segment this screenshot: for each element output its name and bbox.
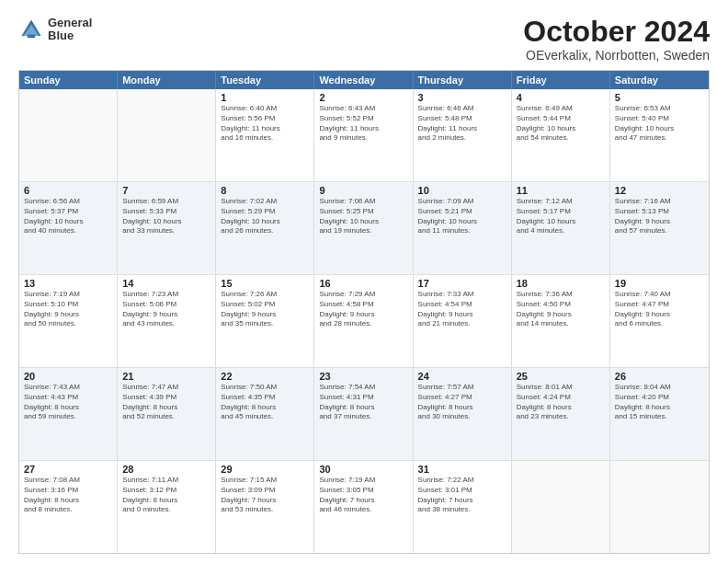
calendar-cell: 27Sunrise: 7:08 AM Sunset: 3:16 PM Dayli… (19, 461, 118, 553)
day-number: 17 (418, 278, 506, 289)
calendar-cell: 19Sunrise: 7:40 AM Sunset: 4:47 PM Dayli… (610, 275, 709, 367)
cell-text: Sunrise: 6:40 AM Sunset: 5:56 PM Dayligh… (221, 104, 309, 144)
cell-text: Sunrise: 7:19 AM Sunset: 5:10 PM Dayligh… (24, 290, 112, 329)
day-number: 9 (319, 185, 407, 196)
cell-text: Sunrise: 7:08 AM Sunset: 3:16 PM Dayligh… (24, 476, 112, 515)
day-number: 6 (24, 185, 112, 196)
calendar-cell: 29Sunrise: 7:15 AM Sunset: 3:09 PM Dayli… (216, 461, 314, 553)
calendar-row: 20Sunrise: 7:43 AM Sunset: 4:43 PM Dayli… (19, 368, 709, 461)
cell-text: Sunrise: 7:29 AM Sunset: 4:58 PM Dayligh… (319, 290, 407, 329)
cell-text: Sunrise: 6:43 AM Sunset: 5:52 PM Dayligh… (319, 104, 407, 144)
calendar-cell: 6Sunrise: 6:56 AM Sunset: 5:37 PM Daylig… (19, 182, 118, 274)
day-number: 19 (615, 278, 704, 289)
day-number: 20 (24, 371, 112, 382)
cell-text: Sunrise: 6:49 AM Sunset: 5:44 PM Dayligh… (517, 104, 605, 144)
cell-text: Sunrise: 7:06 AM Sunset: 5:25 PM Dayligh… (319, 197, 407, 236)
page: General Blue October 2024 OEverkalix, No… (0, 0, 728, 563)
day-number: 4 (517, 92, 605, 103)
calendar-cell (118, 89, 216, 181)
calendar-cell: 17Sunrise: 7:33 AM Sunset: 4:54 PM Dayli… (414, 275, 512, 367)
cell-text: Sunrise: 7:26 AM Sunset: 5:02 PM Dayligh… (221, 290, 309, 329)
cell-text: Sunrise: 7:50 AM Sunset: 4:35 PM Dayligh… (221, 383, 309, 422)
day-number: 1 (221, 92, 309, 103)
calendar-cell: 3Sunrise: 6:46 AM Sunset: 5:48 PM Daylig… (414, 89, 512, 181)
calendar-cell: 28Sunrise: 7:11 AM Sunset: 3:12 PM Dayli… (118, 461, 216, 553)
header-thursday: Thursday (414, 71, 512, 89)
day-number: 16 (319, 278, 407, 289)
day-number: 10 (418, 185, 506, 196)
day-number: 26 (615, 371, 704, 382)
day-number: 24 (418, 371, 506, 382)
logo-line2: Blue (48, 29, 92, 42)
day-number: 29 (221, 464, 309, 475)
calendar-cell (610, 461, 709, 553)
day-number: 31 (418, 464, 506, 475)
calendar-row: 6Sunrise: 6:56 AM Sunset: 5:37 PM Daylig… (19, 182, 709, 275)
day-number: 28 (122, 464, 210, 475)
cell-text: Sunrise: 6:46 AM Sunset: 5:48 PM Dayligh… (418, 104, 506, 144)
calendar-cell: 4Sunrise: 6:49 AM Sunset: 5:44 PM Daylig… (512, 89, 610, 181)
day-number: 13 (24, 278, 112, 289)
day-number: 5 (615, 92, 704, 103)
logo: General Blue (18, 17, 92, 43)
logo-line1: General (48, 17, 92, 29)
logo-text: General Blue (48, 17, 92, 43)
day-number: 15 (221, 278, 309, 289)
cell-text: Sunrise: 7:16 AM Sunset: 5:13 PM Dayligh… (615, 197, 704, 236)
cell-text: Sunrise: 7:15 AM Sunset: 3:09 PM Dayligh… (221, 476, 309, 515)
calendar-cell: 18Sunrise: 7:36 AM Sunset: 4:50 PM Dayli… (512, 275, 610, 367)
day-number: 12 (615, 185, 704, 196)
calendar-body: 1Sunrise: 6:40 AM Sunset: 5:56 PM Daylig… (19, 89, 709, 553)
cell-text: Sunrise: 7:33 AM Sunset: 4:54 PM Dayligh… (418, 290, 506, 329)
calendar-cell: 14Sunrise: 7:23 AM Sunset: 5:06 PM Dayli… (118, 275, 216, 367)
day-number: 7 (122, 185, 210, 196)
calendar-row: 1Sunrise: 6:40 AM Sunset: 5:56 PM Daylig… (19, 89, 709, 182)
day-number: 18 (517, 278, 605, 289)
logo-icon (18, 17, 44, 42)
cell-text: Sunrise: 7:54 AM Sunset: 4:31 PM Dayligh… (319, 383, 407, 422)
calendar-cell: 20Sunrise: 7:43 AM Sunset: 4:43 PM Dayli… (19, 368, 118, 460)
calendar-cell: 31Sunrise: 7:22 AM Sunset: 3:01 PM Dayli… (414, 461, 512, 553)
cell-text: Sunrise: 6:56 AM Sunset: 5:37 PM Dayligh… (24, 197, 112, 236)
header: General Blue October 2024 OEverkalix, No… (18, 17, 710, 63)
calendar-title: October 2024 (523, 17, 710, 46)
calendar-cell (512, 461, 610, 553)
calendar-subtitle: OEverkalix, Norrbotten, Sweden (523, 48, 710, 63)
calendar: Sunday Monday Tuesday Wednesday Thursday… (18, 70, 710, 554)
calendar-cell: 26Sunrise: 8:04 AM Sunset: 4:20 PM Dayli… (610, 368, 709, 460)
header-tuesday: Tuesday (216, 71, 314, 89)
calendar-cell: 24Sunrise: 7:57 AM Sunset: 4:27 PM Dayli… (414, 368, 512, 460)
cell-text: Sunrise: 7:43 AM Sunset: 4:43 PM Dayligh… (24, 383, 112, 422)
cell-text: Sunrise: 7:12 AM Sunset: 5:17 PM Dayligh… (517, 197, 605, 236)
cell-text: Sunrise: 7:40 AM Sunset: 4:47 PM Dayligh… (615, 290, 704, 329)
calendar-header: Sunday Monday Tuesday Wednesday Thursday… (19, 71, 709, 89)
cell-text: Sunrise: 8:04 AM Sunset: 4:20 PM Dayligh… (615, 383, 704, 422)
day-number: 27 (24, 464, 112, 475)
svg-rect-2 (28, 35, 35, 39)
day-number: 8 (221, 185, 309, 196)
calendar-cell: 25Sunrise: 8:01 AM Sunset: 4:24 PM Dayli… (512, 368, 610, 460)
cell-text: Sunrise: 6:53 AM Sunset: 5:40 PM Dayligh… (615, 104, 704, 144)
calendar-cell (19, 89, 118, 181)
day-number: 30 (319, 464, 407, 475)
cell-text: Sunrise: 7:22 AM Sunset: 3:01 PM Dayligh… (418, 476, 506, 515)
calendar-cell: 11Sunrise: 7:12 AM Sunset: 5:17 PM Dayli… (512, 182, 610, 274)
calendar-cell: 21Sunrise: 7:47 AM Sunset: 4:39 PM Dayli… (118, 368, 216, 460)
header-monday: Monday (118, 71, 216, 89)
calendar-cell: 22Sunrise: 7:50 AM Sunset: 4:35 PM Dayli… (216, 368, 314, 460)
calendar-cell: 2Sunrise: 6:43 AM Sunset: 5:52 PM Daylig… (314, 89, 413, 181)
calendar-cell: 23Sunrise: 7:54 AM Sunset: 4:31 PM Dayli… (314, 368, 413, 460)
calendar-cell: 7Sunrise: 6:59 AM Sunset: 5:33 PM Daylig… (118, 182, 216, 274)
header-saturday: Saturday (610, 71, 709, 89)
calendar-row: 13Sunrise: 7:19 AM Sunset: 5:10 PM Dayli… (19, 275, 709, 368)
cell-text: Sunrise: 7:11 AM Sunset: 3:12 PM Dayligh… (122, 476, 210, 515)
calendar-cell: 9Sunrise: 7:06 AM Sunset: 5:25 PM Daylig… (314, 182, 413, 274)
calendar-cell: 1Sunrise: 6:40 AM Sunset: 5:56 PM Daylig… (216, 89, 314, 181)
calendar-cell: 30Sunrise: 7:19 AM Sunset: 3:05 PM Dayli… (314, 461, 413, 553)
cell-text: Sunrise: 7:47 AM Sunset: 4:39 PM Dayligh… (122, 383, 210, 422)
header-sunday: Sunday (19, 71, 118, 89)
calendar-cell: 15Sunrise: 7:26 AM Sunset: 5:02 PM Dayli… (216, 275, 314, 367)
cell-text: Sunrise: 8:01 AM Sunset: 4:24 PM Dayligh… (517, 383, 605, 422)
day-number: 25 (517, 371, 605, 382)
day-number: 14 (122, 278, 210, 289)
